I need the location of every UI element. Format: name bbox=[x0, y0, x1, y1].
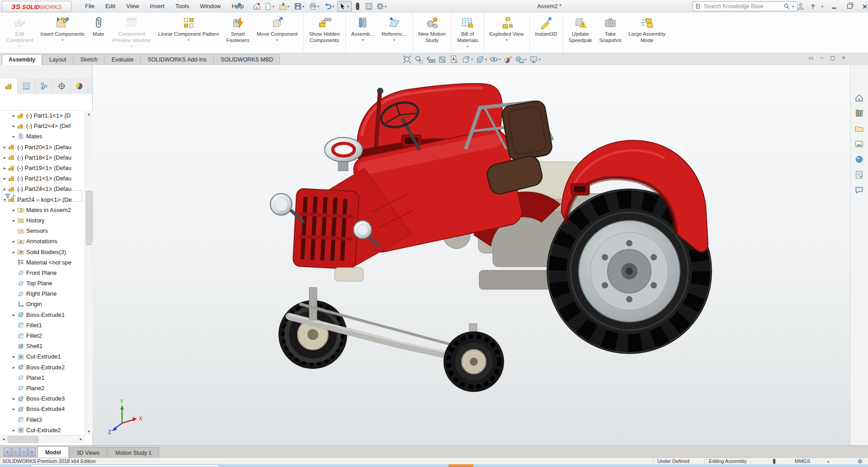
scrollbar-thumb[interactable] bbox=[8, 436, 38, 443]
task-pane-icon[interactable] bbox=[854, 139, 864, 149]
graphics-viewport[interactable]: Y X Z bbox=[93, 65, 850, 445]
view-tool-button[interactable]: ▾ bbox=[460, 54, 474, 65]
panel-tab[interactable] bbox=[53, 79, 71, 94]
expand-arrow-icon[interactable] bbox=[11, 239, 17, 244]
expand-arrow-icon[interactable] bbox=[2, 155, 8, 160]
view-tool-button[interactable]: ▾ bbox=[488, 54, 502, 65]
scroll-right-icon[interactable]: ▸ bbox=[77, 435, 85, 443]
expand-arrow-icon[interactable] bbox=[11, 208, 17, 212]
expand-arrow-icon[interactable] bbox=[11, 123, 17, 128]
document-tab[interactable]: Model bbox=[38, 446, 69, 458]
ribbon-tab[interactable]: SOLIDWORKS MBD bbox=[214, 54, 280, 65]
view-tool-button[interactable]: ▾ bbox=[514, 54, 528, 65]
view-tool-button[interactable]: ▾ bbox=[425, 54, 436, 65]
tree-item[interactable]: Shell1 bbox=[0, 341, 84, 351]
scroll-down-icon[interactable]: ▾ bbox=[85, 428, 93, 435]
quick-access-button[interactable]: ▾ bbox=[292, 1, 307, 12]
close-button[interactable]: ✕ bbox=[859, 1, 868, 11]
tree-item[interactable]: Boss-Extrude4 bbox=[0, 404, 84, 414]
menu-item[interactable]: View bbox=[121, 0, 144, 13]
view-tool-button[interactable]: ▾ bbox=[448, 54, 460, 65]
panel-tab[interactable] bbox=[18, 79, 35, 94]
task-pane-icon[interactable] bbox=[854, 93, 864, 103]
command-button[interactable]: Show Hidden Components ▾ bbox=[305, 13, 345, 53]
quick-access-button[interactable]: ▾ bbox=[322, 1, 337, 12]
front-right-wheel[interactable] bbox=[443, 331, 504, 392]
command-button[interactable]: Smart Fasteners ▾ bbox=[223, 13, 253, 53]
quick-access-button[interactable]: ▾ bbox=[337, 1, 352, 12]
dropdown-caret-icon[interactable]: ▾ bbox=[385, 5, 387, 9]
help-button[interactable]: ? bbox=[808, 3, 817, 10]
tree-item[interactable]: Fillet1 bbox=[0, 320, 84, 330]
command-button[interactable]: Insert Components ▾ bbox=[37, 13, 88, 53]
dropdown-caret-icon[interactable]: ▾ bbox=[276, 38, 278, 42]
command-button[interactable]: Large Assembly Mode ▾ bbox=[625, 13, 669, 53]
tree-item[interactable]: Boss-Extrude3 bbox=[0, 393, 84, 404]
tree-item[interactable]: (-) Part20<1> (Defau bbox=[0, 142, 84, 152]
quick-access-button[interactable]: ▾ bbox=[263, 1, 277, 12]
expand-arrow-icon[interactable] bbox=[2, 176, 8, 181]
dropdown-caret-icon[interactable]: ▾ bbox=[539, 57, 541, 61]
doc-window-button[interactable]: × bbox=[840, 55, 847, 61]
doc-window-button[interactable]: − bbox=[818, 55, 826, 61]
command-button[interactable]: Instant3D ▾ bbox=[532, 13, 563, 53]
tab-nav-button[interactable]: « bbox=[4, 448, 11, 457]
expand-arrow-icon[interactable] bbox=[11, 396, 17, 401]
tree-item[interactable]: Solid Bodies(3) bbox=[0, 246, 84, 257]
tab-nav-button[interactable]: » bbox=[28, 448, 36, 457]
expand-arrow-icon[interactable] bbox=[11, 134, 17, 139]
tree-item[interactable]: Mates bbox=[0, 131, 84, 142]
dropdown-caret-icon[interactable]: ▾ bbox=[288, 5, 289, 9]
expand-arrow-icon[interactable] bbox=[11, 428, 17, 433]
ribbon-tab[interactable]: Sketch bbox=[74, 54, 104, 65]
dropdown-caret-icon[interactable]: ▾ bbox=[347, 5, 349, 9]
tree-item[interactable]: Front Plane bbox=[0, 268, 84, 278]
view-tool-button[interactable]: ▾ bbox=[474, 54, 488, 65]
dropdown-caret-icon[interactable]: ▾ bbox=[485, 57, 487, 61]
quick-access-button[interactable]: ▾ bbox=[375, 1, 389, 12]
command-button[interactable]: Move Component ▾ bbox=[253, 13, 304, 53]
doc-window-button[interactable]: ▭ bbox=[807, 55, 815, 61]
menu-item[interactable]: Insert bbox=[144, 0, 170, 13]
minimize-button[interactable] bbox=[828, 1, 840, 11]
tree-item[interactable]: Right Plane bbox=[0, 288, 84, 299]
document-tab[interactable]: Motion Study 1 bbox=[108, 447, 159, 458]
command-button[interactable]: Referenc... ▾ bbox=[378, 13, 413, 53]
tree-item[interactable]: (-) Part2<4> (Def bbox=[0, 121, 84, 131]
pin-toolbar-icon[interactable] bbox=[234, 2, 242, 10]
tree-vertical-scrollbar[interactable]: ▴ ▾ bbox=[85, 110, 93, 435]
quick-access-button[interactable] bbox=[251, 1, 262, 12]
command-button[interactable]: Take Snapshot ▾ bbox=[596, 13, 625, 53]
tree-horizontal-scrollbar[interactable]: ◂ ▸ bbox=[0, 435, 85, 443]
dropdown-caret-icon[interactable]: ▾ bbox=[362, 38, 363, 42]
help-caret-icon[interactable]: ▾ bbox=[821, 5, 823, 9]
quick-access-button[interactable]: ▾ bbox=[278, 1, 292, 12]
dropdown-caret-icon[interactable]: ▾ bbox=[506, 38, 508, 42]
tree-item[interactable]: (-) Part1.1<1> (D bbox=[0, 110, 84, 121]
front-weight[interactable] bbox=[335, 268, 363, 281]
command-button[interactable]: New Motion Study ▾ bbox=[415, 13, 452, 53]
login-person-icon[interactable] bbox=[797, 2, 805, 10]
command-button[interactable]: Update Speedpak ▾ bbox=[565, 13, 596, 53]
view-tool-button[interactable]: ▾ bbox=[528, 54, 542, 65]
search-input[interactable] bbox=[703, 3, 782, 10]
dropdown-caret-icon[interactable]: ▾ bbox=[525, 57, 527, 61]
dropdown-caret-icon[interactable]: ▾ bbox=[499, 57, 501, 61]
command-button[interactable]: Exploded View ▾ bbox=[486, 13, 530, 53]
dropdown-caret-icon[interactable]: ▾ bbox=[471, 57, 473, 61]
expand-arrow-icon[interactable] bbox=[11, 365, 17, 370]
tree-item[interactable]: (-) Part19<1> (Defau bbox=[0, 163, 84, 173]
command-button[interactable]: Edit Component ▾ bbox=[3, 13, 37, 53]
expand-arrow-icon[interactable] bbox=[2, 145, 8, 150]
menu-item[interactable]: File bbox=[80, 0, 100, 13]
tree-item[interactable]: Part24 – kop<1> (De bbox=[0, 194, 84, 205]
scrollbar-thumb[interactable] bbox=[86, 191, 93, 245]
tab-nav-button[interactable]: ‹ bbox=[12, 448, 19, 457]
expand-arrow-icon[interactable] bbox=[11, 250, 17, 255]
document-tab[interactable]: 3D Views bbox=[69, 447, 107, 458]
search-icon[interactable] bbox=[783, 3, 790, 9]
tree-item[interactable]: History bbox=[0, 215, 84, 226]
tree-item[interactable]: (-) Part18<1> (Defau bbox=[0, 152, 84, 163]
expand-arrow-icon[interactable] bbox=[2, 197, 8, 202]
command-button[interactable]: Assemb... ▾ bbox=[348, 13, 378, 53]
